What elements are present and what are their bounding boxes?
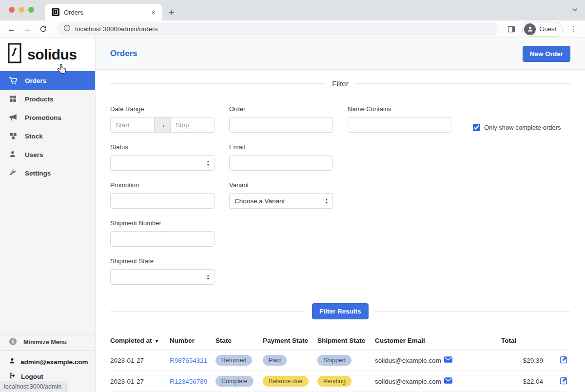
table-row: 2023-01-27 R123456789 Complete Balance d… <box>110 371 570 392</box>
edit-order-icon[interactable] <box>559 355 568 364</box>
back-button[interactable]: ← <box>5 22 19 36</box>
filter-submit-row: Filter Results <box>110 303 570 319</box>
state-badge: Returned <box>215 355 252 366</box>
date-start-input[interactable] <box>110 117 155 133</box>
order-label: Order <box>229 105 333 113</box>
email-input[interactable] <box>229 155 333 171</box>
total-cell: $29.39 <box>501 350 545 371</box>
order-field: Order <box>229 105 333 133</box>
email-envelope-icon[interactable] <box>441 377 452 384</box>
order-input[interactable] <box>229 117 333 133</box>
col-completed-at[interactable]: Completed at▼ <box>110 331 170 350</box>
browser-menu-icon[interactable]: ⋮ <box>566 24 580 34</box>
person-icon <box>9 357 16 366</box>
sidebar-item-settings[interactable]: Settings <box>0 164 95 182</box>
browser-profile-button[interactable]: Guest <box>522 22 563 37</box>
sidebar-item-products[interactable]: Products <box>0 90 95 108</box>
variant-select[interactable]: Choose a Variant ▲▼ <box>229 193 333 209</box>
edit-order-icon[interactable] <box>559 376 568 385</box>
shipment-state-badge: Pending <box>317 376 351 387</box>
select-arrows-icon: ▲▼ <box>207 274 210 280</box>
shipment-number-label: Shipment Number <box>110 219 214 227</box>
name-contains-label: Name Contains <box>348 105 451 113</box>
shipment-number-field: Shipment Number <box>110 219 214 247</box>
window-controls[interactable] <box>9 7 34 13</box>
site-info-icon[interactable] <box>63 24 71 34</box>
shipment-state-label: Shipment State <box>110 257 214 265</box>
status-label: Status <box>110 143 214 151</box>
browser-toolbar: ← → localhost:3000/admin/orders Guest ⋮ <box>0 20 585 38</box>
table-header-row: Completed at▼ Number State Payment State… <box>110 331 570 350</box>
only-complete-orders-label: Only show complete orders <box>484 124 561 131</box>
minimize-menu-label: Minimize Menu <box>23 339 67 346</box>
sidebar-item-orders[interactable]: Orders <box>0 71 95 90</box>
col-payment-state[interactable]: Payment State <box>263 331 317 350</box>
solidus-logo[interactable]: solidus <box>0 38 95 71</box>
shipment-state-select[interactable]: ▲▼ <box>110 269 214 285</box>
filter-form: Date Range → Order Name Contains <box>110 105 570 285</box>
col-shipment-state[interactable]: Shipment State <box>317 331 375 350</box>
window-minimize-button[interactable] <box>19 7 24 13</box>
grid-icon <box>9 95 18 103</box>
reload-button[interactable] <box>36 22 50 36</box>
name-contains-input[interactable] <box>348 117 451 133</box>
chevron-left-circle-icon <box>9 337 17 348</box>
side-panel-icon[interactable] <box>505 22 518 36</box>
tab-title: Orders <box>64 9 145 16</box>
shipment-state-field: Shipment State ▲▼ <box>110 257 214 285</box>
date-range-label: Date Range <box>110 105 214 113</box>
logout-button[interactable]: Logout <box>9 372 95 381</box>
tab-close-icon[interactable]: × <box>150 8 157 17</box>
window-zoom-button[interactable] <box>28 7 34 13</box>
name-contains-field: Name Contains <box>348 105 451 133</box>
account-email[interactable]: admin@example.com <box>9 357 95 366</box>
address-bar[interactable]: localhost:3000/admin/orders <box>57 22 498 36</box>
promotion-label: Promotion <box>110 181 214 189</box>
filter-results-button[interactable]: Filter Results <box>312 303 369 319</box>
variant-label: Variant <box>229 181 333 189</box>
tab-search-chevron-icon[interactable] <box>571 6 578 15</box>
col-customer-email[interactable]: Customer Email <box>375 331 501 350</box>
only-complete-orders-checkbox[interactable] <box>473 124 480 131</box>
email-label: Email <box>229 143 333 151</box>
new-order-button[interactable]: New Order <box>523 46 570 62</box>
payment-state-badge: Balance due <box>263 376 309 387</box>
col-number[interactable]: Number <box>170 331 215 350</box>
total-cell: $22.04 <box>501 371 545 392</box>
logout-label: Logout <box>21 373 43 380</box>
solidus-favicon-icon <box>52 8 59 16</box>
col-total[interactable]: Total <box>501 331 545 350</box>
admin-sidebar: solidus Orders Products Promotions Stock <box>0 38 96 392</box>
url-text: localhost:3000/admin/orders <box>75 25 158 33</box>
new-tab-button[interactable]: + <box>169 8 175 18</box>
browser-tab[interactable]: Orders × <box>45 4 162 20</box>
date-stop-input[interactable] <box>170 117 214 133</box>
forward-button[interactable]: → <box>20 22 34 36</box>
promotion-field: Promotion <box>110 181 214 209</box>
shipment-state-badge: Shipped <box>317 355 351 366</box>
window-close-button[interactable] <box>9 7 15 13</box>
minimize-menu-button[interactable]: Minimize Menu <box>0 334 95 351</box>
sort-desc-icon: ▼ <box>155 338 159 344</box>
sidebar-item-label: Orders <box>25 77 46 84</box>
select-arrows-icon: ▲▼ <box>207 160 210 166</box>
cell-completed-at: 2023-01-27 <box>110 350 170 371</box>
order-number-link[interactable]: R123456789 <box>170 378 207 385</box>
variant-select-value: Choose a Variant <box>234 197 285 205</box>
col-state[interactable]: State <box>215 331 263 350</box>
order-number-link[interactable]: R987654321 <box>170 357 207 364</box>
sidebar-item-promotions[interactable]: Promotions <box>0 108 95 127</box>
sidebar-item-users[interactable]: Users <box>0 145 95 164</box>
shipment-number-input[interactable] <box>110 231 214 247</box>
sidebar-item-stock[interactable]: Stock <box>0 127 95 145</box>
col-actions <box>545 331 570 350</box>
status-field: Status ▲▼ <box>110 143 214 171</box>
filter-legend-text: Filter <box>332 79 348 88</box>
wrench-icon <box>9 169 18 177</box>
profile-name: Guest <box>539 25 556 33</box>
promotion-input[interactable] <box>110 193 214 209</box>
email-envelope-icon[interactable] <box>441 356 452 363</box>
status-select[interactable]: ▲▼ <box>110 155 214 171</box>
sidebar-item-label: Stock <box>25 133 43 140</box>
browser-tab-strip: Orders × + <box>0 0 585 20</box>
